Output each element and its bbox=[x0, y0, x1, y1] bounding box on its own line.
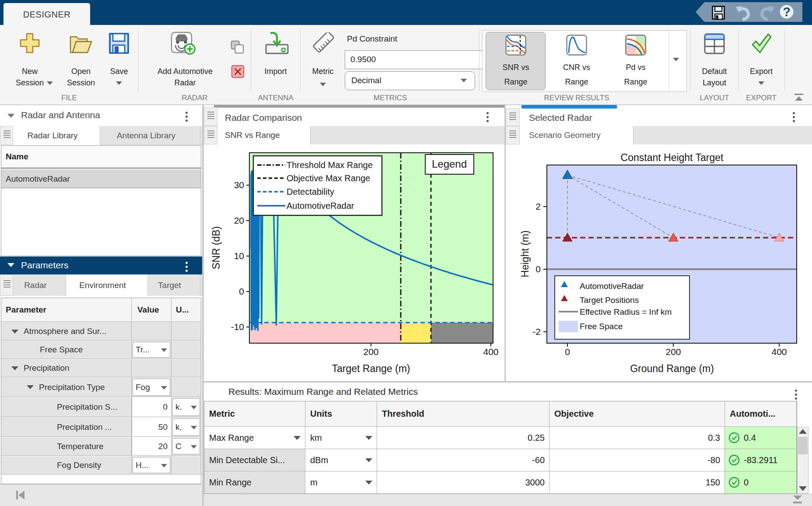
svg-text:Ground Range (m): Ground Range (m) bbox=[630, 363, 714, 374]
svg-text:200: 200 bbox=[363, 347, 378, 357]
svg-text:30: 30 bbox=[234, 180, 244, 190]
svg-text:20: 20 bbox=[234, 215, 244, 225]
svg-text:Legend: Legend bbox=[432, 158, 467, 170]
svg-text:?: ? bbox=[783, 5, 791, 19]
svg-text:Target Positions: Target Positions bbox=[580, 295, 639, 305]
svg-text:-10: -10 bbox=[231, 322, 244, 332]
svg-text:0: 0 bbox=[565, 347, 570, 357]
svg-text:Constant Height Target: Constant Height Target bbox=[621, 152, 724, 163]
svg-text:-2: -2 bbox=[532, 327, 541, 337]
svg-text:0: 0 bbox=[239, 286, 244, 296]
svg-text:AutomotiveRadar: AutomotiveRadar bbox=[287, 201, 354, 211]
svg-text:10: 10 bbox=[234, 251, 244, 261]
svg-text:Target Range (m): Target Range (m) bbox=[332, 363, 410, 374]
svg-text:Objective Max Range: Objective Max Range bbox=[287, 173, 370, 183]
svg-text:400: 400 bbox=[771, 347, 787, 357]
svg-text:SNR (dB): SNR (dB) bbox=[210, 226, 222, 269]
svg-text:Free Space: Free Space bbox=[580, 322, 623, 331]
svg-text:Height (m): Height (m) bbox=[519, 230, 531, 277]
svg-text:Detectability: Detectability bbox=[287, 187, 334, 197]
svg-text:200: 200 bbox=[665, 347, 681, 357]
svg-text:AutomotiveRadar: AutomotiveRadar bbox=[580, 281, 644, 291]
svg-text:0: 0 bbox=[536, 264, 541, 274]
svg-text:Effective Radius = Inf km: Effective Radius = Inf km bbox=[580, 307, 672, 316]
svg-text:2: 2 bbox=[536, 201, 541, 211]
svg-text:400: 400 bbox=[483, 347, 498, 357]
svg-text:Threshold Max Range: Threshold Max Range bbox=[287, 160, 373, 170]
